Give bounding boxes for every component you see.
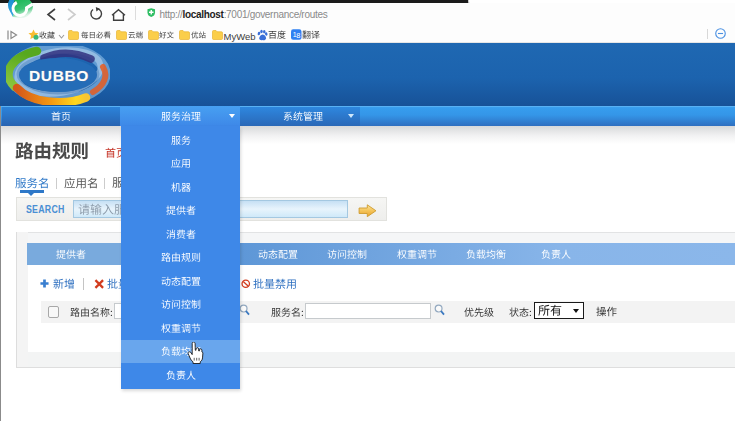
svg-text:DUBBO: DUBBO — [29, 67, 89, 84]
svg-text:8: 8 — [296, 31, 300, 40]
